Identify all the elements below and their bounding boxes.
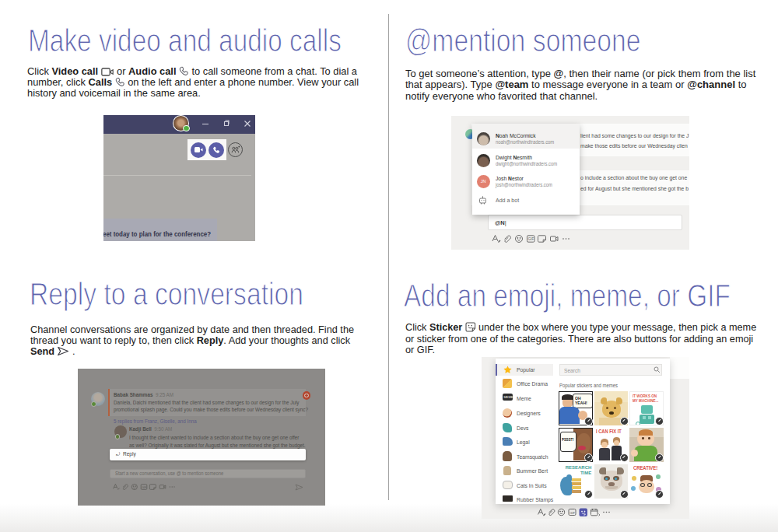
svg-text:GIF: GIF xyxy=(528,237,534,241)
svg-text:GIF: GIF xyxy=(569,510,575,514)
svg-text:GIF: GIF xyxy=(142,486,147,489)
